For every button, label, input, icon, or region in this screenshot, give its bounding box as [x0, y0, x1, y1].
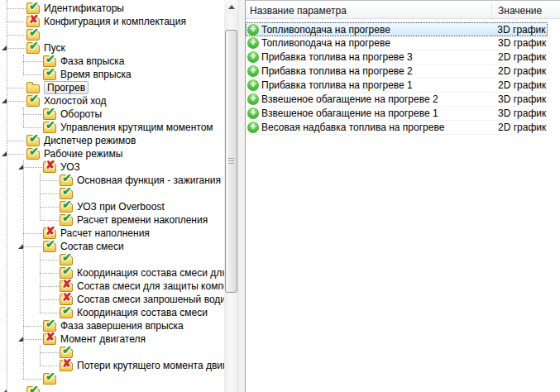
tree-item[interactable]: ✔ [0, 346, 225, 359]
check-icon: ✔ [45, 68, 55, 78]
folder-check-icon: ✔ [60, 174, 74, 186]
tree-item-label: Фаза впрыска [60, 55, 125, 67]
check-icon: ✔ [62, 200, 72, 210]
check-icon: ✔ [45, 372, 55, 382]
tree-item[interactable]: ✔Пуск [0, 41, 225, 55]
tree-connector-icon [23, 233, 42, 234]
tree-item[interactable]: ✔Холостой ход [0, 94, 225, 108]
plus-glyph: + [247, 108, 259, 118]
tree-item-label: Фаза завершения впрыска [60, 320, 184, 332]
tree-item[interactable]: ✔ [0, 253, 225, 266]
tree-item-label: Холостой ход [44, 95, 106, 107]
tree-item[interactable]: Прогрев [0, 81, 225, 94]
param-name-cell: +Прибавка топлива на прогреве 1 [246, 79, 492, 91]
table-row[interactable]: +Прибавка топлива на прогреве 32D график [246, 50, 548, 65]
tree-item[interactable]: ✔ [0, 187, 225, 200]
tree-item[interactable]: ✘Потери крутящего момента двигат [0, 359, 225, 372]
tree-connector-icon [40, 299, 59, 300]
parameter-list-panel: Название параметра Значение +Топливопода… [245, 0, 560, 392]
check-icon: ✔ [29, 28, 39, 38]
expand-arrow-icon[interactable] [2, 98, 7, 103]
tree-item[interactable]: ✘УОЗ [0, 160, 225, 174]
tree-connector-icon [23, 379, 42, 380]
param-name-cell: +Прибавка топлива на прогреве 3 [246, 51, 492, 63]
expand-arrow-icon[interactable] [18, 244, 23, 249]
tree-item[interactable]: ✘Состав смеси для защиты компонен [0, 280, 225, 293]
cross-icon: ✘ [45, 332, 55, 342]
table-row[interactable]: +Топливоподача на прогреве3D график [246, 36, 548, 50]
tree-item[interactable]: ✘Конфигурация и комплектация [0, 15, 225, 28]
folder-cross-icon: ✘ [60, 280, 74, 292]
check-icon: ✔ [62, 174, 72, 184]
table-row[interactable]: +Весовая надбавка топлива на прогреве2D … [246, 121, 548, 135]
cross-icon: ✘ [45, 227, 55, 237]
plus-glyph: + [247, 24, 259, 35]
tree-item[interactable]: ✔Фаза завершения впрыска [0, 319, 225, 332]
scrollbar-up-button[interactable] [224, 0, 238, 14]
table-row[interactable]: +Прибавка топлива на прогреве 22D график [246, 65, 548, 79]
scrollbar-thumb[interactable] [225, 30, 237, 293]
tree-connector-icon [40, 194, 59, 194]
tree-connector-icon [23, 127, 42, 128]
param-name: Весовая надбавка топлива на прогреве [261, 122, 444, 133]
tree-connector-icon [7, 48, 26, 49]
panel-splitter[interactable] [238, 0, 245, 392]
tree-item[interactable]: ✔Расчет времени накопления [0, 213, 225, 227]
tree-item[interactable]: ✔ [0, 28, 225, 41]
folder-check-icon: ✔ [60, 201, 74, 213]
column-header-name[interactable]: Название параметра [246, 2, 492, 18]
tree-connector-icon [40, 180, 59, 181]
tree-item-label: Обороты [60, 108, 102, 120]
cross-icon: ✘ [62, 280, 72, 289]
check-icon: ✔ [45, 55, 55, 65]
expand-arrow-icon[interactable] [2, 151, 7, 156]
table-row[interactable]: +Топливоподача на прогреве3D график [246, 22, 548, 36]
plus-glyph: + [247, 93, 259, 104]
tree-connector-icon [7, 141, 26, 141]
tree-item-label: Основная функция - зажигания [77, 174, 221, 186]
table-row[interactable]: +Взвешеное обагащение на прогреве 23D гр… [246, 93, 548, 107]
expand-arrow-icon[interactable] [18, 165, 23, 170]
tree-item[interactable]: ✔Состав смеси [0, 240, 225, 253]
tree-item-label: Расчет времени накопления [77, 214, 208, 226]
tree-item-label: Состав смеси для защиты компонен [77, 280, 225, 292]
tree-scrollbar[interactable] [224, 0, 238, 392]
expand-arrow-icon[interactable] [2, 45, 7, 50]
param-name-cell: +Взвешеное обагащение на прогреве 2 [246, 93, 492, 105]
calibration-window: ✔Идентификаторы✘Конфигурация и комплекта… [0, 0, 560, 392]
tree-connector-icon [40, 352, 59, 353]
tree-item[interactable]: ✘Момент двигателя [0, 332, 225, 346]
table-row[interactable]: +Прибавка топлива на прогреве 12D график [246, 79, 548, 93]
tree-item[interactable]: ✔Диспетчер режимов [0, 134, 225, 147]
tree-connector-icon [23, 326, 42, 327]
folder-check-icon: ✔ [43, 241, 57, 252]
tree-item[interactable]: ✔Обороты [0, 108, 225, 121]
tree-item[interactable]: ✔Рабочие режимы [0, 147, 225, 160]
tree-connector-icon [40, 273, 59, 274]
tree-item[interactable]: ✔ [0, 372, 225, 385]
tree-item[interactable]: ✔ [0, 385, 225, 392]
check-icon: ✔ [29, 94, 39, 104]
tree-item[interactable]: ✔УОЗ при Overboost [0, 200, 225, 213]
folder-cross-icon: ✘ [43, 333, 57, 345]
tree-item[interactable]: ✘Расчет наполнения [0, 227, 225, 240]
tree-item-label: Координация состава смеси [77, 307, 208, 318]
tree-connector-icon [23, 167, 42, 168]
tree-item[interactable]: ✔Управления крутящим моментом [0, 121, 225, 134]
plus-icon: + [247, 37, 259, 49]
table-row[interactable]: +Взвешеное обагащение на прогреве 13D гр… [246, 107, 548, 121]
param-name-cell: +Весовая надбавка топлива на прогреве [246, 122, 492, 133]
tree-item[interactable]: ✔Идентификаторы [0, 2, 225, 15]
tree-item-label: Состав смеси запрошеный водителе [77, 294, 225, 305]
tree-item[interactable]: ✔Время впрыска [0, 68, 225, 81]
check-icon: ✔ [29, 2, 39, 12]
column-header-value[interactable]: Значение [492, 2, 560, 18]
check-icon: ✔ [45, 121, 55, 131]
tree-item[interactable]: ✔Основная функция - зажигания [0, 174, 225, 187]
tree-item[interactable]: ✔Фаза впрыска [0, 55, 225, 68]
expand-arrow-icon[interactable] [18, 337, 23, 342]
tree-item[interactable]: ✔Координация состава смеси [0, 306, 225, 319]
check-icon: ✔ [45, 319, 55, 329]
tree-item[interactable]: ✘Состав смеси запрошеный водителе [0, 293, 225, 306]
tree-item[interactable]: ✔Координация состава смеси для по [0, 266, 225, 280]
